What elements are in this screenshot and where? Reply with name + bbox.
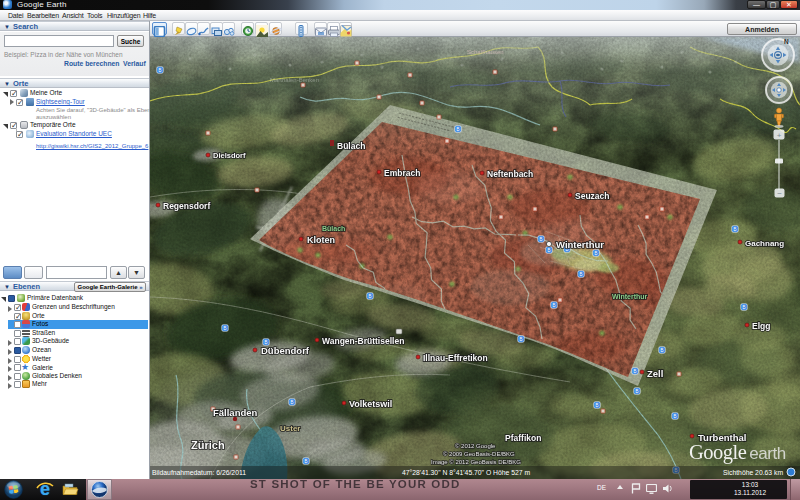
svg-text:N: N: [784, 38, 789, 45]
svg-text:Winterthur: Winterthur: [556, 239, 604, 250]
svg-text:−: −: [777, 189, 782, 198]
svg-text:Zürich: Zürich: [191, 439, 225, 451]
svg-text:© 2012 Google: © 2012 Google: [455, 443, 496, 449]
svg-text:Illnau-Effretikon: Illnau-Effretikon: [423, 353, 488, 363]
svg-text:Kloten: Kloten: [307, 235, 335, 245]
svg-text:Dübendorf: Dübendorf: [261, 345, 310, 356]
svg-text:Bildaufnahmedatum: 6/26/2011: Bildaufnahmedatum: 6/26/2011: [152, 469, 246, 476]
svg-text:Gachnang: Gachnang: [745, 239, 784, 248]
svg-text:Zell: Zell: [647, 368, 663, 379]
svg-text:Bülach: Bülach: [322, 225, 345, 232]
svg-text:Winterthur: Winterthur: [612, 293, 648, 300]
svg-text:Schaffhausen: Schaffhausen: [467, 49, 504, 55]
svg-text:+: +: [777, 131, 782, 140]
svg-text:© 2009 GeoBasis-DE/BKG: © 2009 GeoBasis-DE/BKG: [443, 451, 515, 457]
svg-text:Sichthöhe 20.63 km: Sichthöhe 20.63 km: [723, 469, 783, 476]
svg-text:Neftenbach: Neftenbach: [487, 169, 533, 179]
svg-text:Regensdorf: Regensdorf: [163, 201, 210, 211]
svg-text:Seuzach: Seuzach: [575, 191, 610, 201]
svg-text:Googleearth: Googleearth: [689, 441, 786, 464]
svg-text:Pfaffikon: Pfaffikon: [505, 433, 541, 443]
svg-text:Marthalen-Benken: Marthalen-Benken: [270, 77, 319, 83]
svg-text:47°28'41.30" N 8°41'45.70" O: 47°28'41.30" N 8°41'45.70" O Höhe 527 m: [402, 469, 530, 476]
svg-text:Wangen-Brüttisellen: Wangen-Brüttisellen: [322, 336, 404, 346]
svg-text:Bülach: Bülach: [337, 141, 365, 151]
svg-text:Uster: Uster: [280, 424, 300, 433]
svg-text:Embrach: Embrach: [384, 168, 420, 178]
svg-text:Volketswil: Volketswil: [349, 399, 392, 409]
svg-text:Elgg: Elgg: [752, 321, 770, 331]
svg-text:Fällanden: Fällanden: [213, 407, 258, 418]
svg-text:Image © 2012 GeoBasis DE/BKG: Image © 2012 GeoBasis DE/BKG: [431, 459, 521, 465]
svg-text:Dielsdorf: Dielsdorf: [213, 151, 246, 160]
